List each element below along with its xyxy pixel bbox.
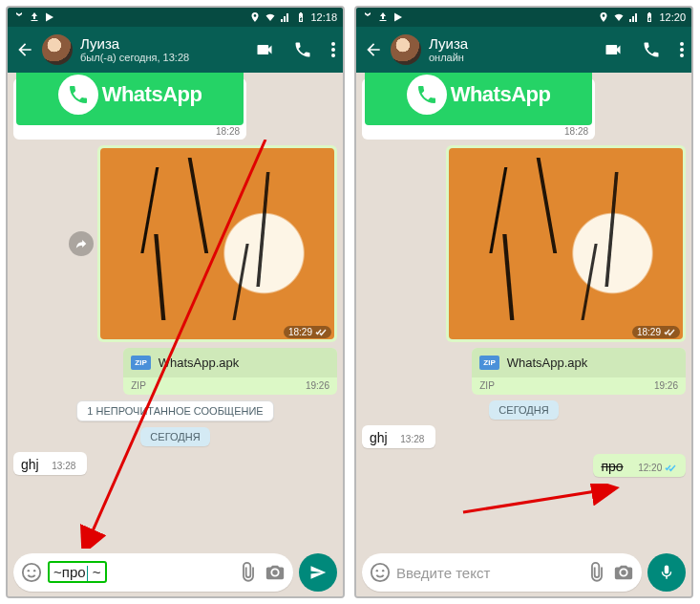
unread-messages-pill: 1 НЕПРОЧИТАННОЕ СООБЩЕНИЕ bbox=[76, 400, 273, 421]
videocall-icon[interactable] bbox=[604, 40, 623, 59]
download-icon bbox=[377, 11, 389, 23]
message-time: 18:29 bbox=[632, 326, 680, 338]
videocall-icon[interactable] bbox=[255, 40, 274, 59]
message-file-apk[interactable]: ZIP WhatsApp.apk ZIP 19:26 bbox=[123, 348, 337, 395]
download-icon bbox=[29, 11, 40, 23]
statusbar: 12:20 bbox=[356, 8, 691, 27]
tiger-image bbox=[100, 148, 334, 339]
message-input[interactable]: ~про ~ bbox=[13, 553, 293, 592]
play-icon bbox=[44, 11, 55, 23]
tiger-image bbox=[449, 148, 683, 339]
menu-icon[interactable] bbox=[331, 42, 335, 57]
message-time: 19:26 bbox=[306, 380, 329, 391]
annotation-arrow bbox=[461, 484, 624, 518]
location-icon bbox=[249, 11, 261, 23]
input-bar: Введите текст bbox=[356, 549, 691, 596]
whatsapp-logo-icon bbox=[407, 75, 447, 115]
camera-icon[interactable] bbox=[265, 562, 286, 583]
chat-toolbar: Луиза был(-а) сегодня, 13:28 bbox=[8, 27, 343, 73]
input-text-value: ~про ~ bbox=[48, 564, 232, 581]
contact-name: Луиза bbox=[80, 36, 236, 53]
back-icon[interactable] bbox=[364, 40, 383, 59]
message-image-tiger[interactable]: 18:29 bbox=[446, 145, 686, 342]
message-image-tiger[interactable]: 18:29 bbox=[97, 145, 337, 342]
message-time: 18:28 bbox=[16, 125, 244, 137]
message-out-text[interactable]: про 12:20 bbox=[593, 454, 686, 477]
message-time: 12:20 bbox=[638, 462, 680, 473]
statusbar: 12:18 bbox=[8, 8, 343, 27]
message-time: 18:28 bbox=[365, 125, 592, 137]
contact-status: онлайн bbox=[429, 52, 584, 63]
message-image-whatsapp[interactable]: WhatsApp 18:28 bbox=[13, 78, 246, 140]
contact-info[interactable]: Луиза был(-а) сегодня, 13:28 bbox=[80, 36, 236, 64]
debug-icon bbox=[13, 11, 25, 23]
mic-button[interactable] bbox=[647, 553, 686, 592]
whatsapp-logo-text: WhatsApp bbox=[102, 82, 202, 107]
svg-point-6 bbox=[376, 570, 378, 572]
attachment-icon[interactable] bbox=[586, 562, 607, 583]
call-icon[interactable] bbox=[642, 40, 661, 59]
contact-status: был(-а) сегодня, 13:28 bbox=[80, 52, 236, 63]
message-in-text[interactable]: ghj 13:28 bbox=[362, 425, 435, 448]
read-ticks-icon bbox=[315, 328, 327, 337]
svg-point-7 bbox=[382, 570, 384, 572]
file-type: ZIP bbox=[479, 380, 495, 391]
wifi-icon bbox=[613, 11, 625, 23]
message-time: 13:28 bbox=[400, 433, 428, 444]
file-type: ZIP bbox=[131, 380, 146, 391]
back-icon[interactable] bbox=[15, 40, 34, 59]
zip-badge: ZIP bbox=[479, 356, 498, 370]
call-icon[interactable] bbox=[293, 40, 312, 59]
debug-icon bbox=[362, 11, 373, 23]
message-image-whatsapp[interactable]: WhatsApp 18:28 bbox=[362, 78, 595, 140]
message-input[interactable]: Введите текст bbox=[362, 553, 642, 592]
battery-icon bbox=[644, 11, 655, 23]
input-bar: ~про ~ bbox=[8, 549, 343, 596]
svg-point-3 bbox=[33, 570, 35, 572]
phone-right: 12:20 Луиза онлайн WhatsApp 18:28 18:29 bbox=[354, 6, 693, 598]
whatsapp-logo-text: WhatsApp bbox=[451, 82, 551, 107]
contact-info[interactable]: Луиза онлайн bbox=[429, 36, 584, 64]
read-ticks-icon bbox=[665, 464, 676, 473]
clock: 12:20 bbox=[659, 11, 686, 23]
svg-point-5 bbox=[371, 564, 389, 581]
wifi-icon bbox=[265, 11, 276, 23]
chat-toolbar: Луиза онлайн bbox=[356, 27, 691, 73]
send-button[interactable] bbox=[299, 553, 337, 592]
avatar[interactable] bbox=[42, 34, 73, 65]
play-icon bbox=[392, 11, 404, 23]
file-name: WhatsApp.apk bbox=[507, 356, 588, 370]
svg-line-4 bbox=[463, 488, 614, 512]
file-name: WhatsApp.apk bbox=[159, 356, 240, 370]
message-time: 19:26 bbox=[654, 380, 678, 391]
svg-point-1 bbox=[23, 564, 40, 581]
contact-name: Луиза bbox=[429, 36, 584, 53]
message-text: ghj bbox=[21, 457, 39, 472]
avatar[interactable] bbox=[391, 34, 421, 65]
input-placeholder: Введите текст bbox=[396, 565, 581, 581]
message-text-strikethrough: про bbox=[601, 459, 623, 474]
svg-point-2 bbox=[28, 570, 30, 572]
message-time: 18:29 bbox=[284, 326, 331, 338]
message-text: ghj bbox=[370, 430, 388, 445]
camera-icon[interactable] bbox=[613, 562, 634, 583]
signal-icon bbox=[628, 11, 640, 23]
message-in-text[interactable]: ghj 13:28 bbox=[13, 452, 87, 475]
emoji-icon[interactable] bbox=[21, 562, 42, 583]
chat-area[interactable]: WhatsApp 18:28 18:29 ZIP WhatsApp.apk bbox=[8, 73, 343, 549]
whatsapp-logo-icon bbox=[58, 75, 98, 115]
date-pill: СЕГОДНЯ bbox=[140, 427, 209, 446]
phone-left: 12:18 Луиза был(-а) сегодня, 13:28 Whats… bbox=[6, 6, 345, 598]
menu-icon[interactable] bbox=[680, 42, 684, 57]
emoji-icon[interactable] bbox=[370, 562, 391, 583]
zip-badge: ZIP bbox=[131, 356, 150, 370]
battery-icon bbox=[295, 11, 307, 23]
read-ticks-icon bbox=[664, 328, 675, 337]
message-file-apk[interactable]: ZIP WhatsApp.apk ZIP 19:26 bbox=[472, 348, 686, 395]
forward-icon[interactable] bbox=[69, 231, 94, 256]
message-time: 13:28 bbox=[52, 460, 79, 471]
clock: 12:18 bbox=[310, 11, 337, 23]
chat-area[interactable]: WhatsApp 18:28 18:29 ZIP WhatsApp.apk ZI… bbox=[356, 73, 691, 549]
location-icon bbox=[598, 11, 609, 23]
attachment-icon[interactable] bbox=[238, 562, 259, 583]
